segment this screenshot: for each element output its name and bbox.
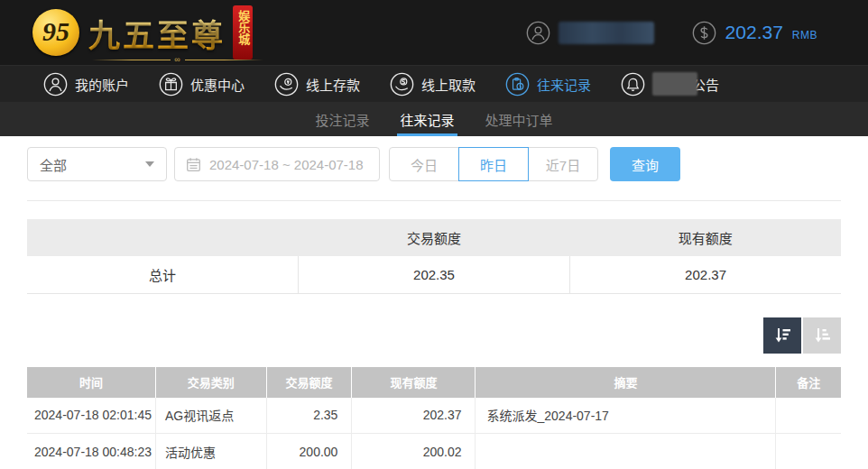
- col-header-summary: 摘要: [476, 367, 776, 398]
- summary-header-trade-amount: 交易额度: [298, 219, 569, 256]
- user-account-chip: [526, 21, 654, 45]
- sort-desc-icon: [771, 325, 793, 346]
- cell-type: 活动优惠: [156, 434, 267, 469]
- cell-time: 2024-07-18 02:01:45: [27, 398, 156, 434]
- col-header-amount: 交易额度: [266, 367, 352, 398]
- bell-icon: [621, 72, 645, 97]
- type-select-value: 全部: [40, 155, 67, 174]
- cell-amount: 2.35: [266, 398, 352, 434]
- cell-balance: 202.37: [352, 398, 476, 434]
- cell-summary: 系统派发_2024-07-17: [476, 398, 776, 434]
- summary-header-empty: [27, 219, 298, 256]
- summary-total-label: 总计: [27, 256, 298, 293]
- sort-controls: [27, 317, 841, 354]
- sort-ascending-button[interactable]: [803, 317, 841, 354]
- tab-pending-orders[interactable]: 处理中订单: [485, 102, 554, 136]
- table-row: 2024-07-18 00:48:23 活动优惠 200.00 200.02: [27, 434, 841, 469]
- cell-note: [776, 398, 841, 434]
- chevron-down-icon: [145, 161, 154, 167]
- cell-summary: [476, 434, 776, 469]
- date-range-input[interactable]: 2024-07-18 ~ 2024-07-18: [174, 147, 380, 181]
- calendar-icon: [186, 157, 201, 172]
- cell-amount: 200.00: [266, 434, 352, 469]
- withdraw-icon: [390, 72, 414, 97]
- logo-monogram: 95: [42, 16, 69, 47]
- top-header: 95 九五至尊 娱乐城 ∞ 202.37 RMB: [0, 0, 868, 65]
- summary-header-row: 交易额度 现有额度: [27, 219, 841, 256]
- quick-date-group: 今日 昨日 近7日: [389, 147, 598, 181]
- header-right: 202.37 RMB: [526, 21, 817, 45]
- col-header-note: 备注: [776, 367, 841, 398]
- sort-asc-icon: [811, 325, 833, 346]
- redacted-username: [559, 22, 654, 44]
- yesterday-button[interactable]: 昨日: [458, 147, 529, 181]
- type-select[interactable]: 全部: [27, 147, 167, 181]
- col-header-balance: 现有额度: [352, 367, 476, 398]
- content-area: 全部 2024-07-18 ~ 2024-07-18 今日 昨日 近7日 查询: [0, 136, 868, 469]
- logo-badge: 娱乐城: [233, 5, 253, 60]
- record-subtabs: 投注记录 往来记录 处理中订单: [0, 102, 868, 136]
- summary-table: 交易额度 现有额度 总计 202.35 202.37: [27, 219, 841, 294]
- nav-label: 往来记录: [537, 75, 591, 94]
- summary-total-row: 总计 202.35 202.37: [27, 256, 841, 293]
- search-button[interactable]: 查询: [610, 147, 680, 181]
- balance-currency: RMB: [792, 24, 817, 41]
- records-icon: [505, 72, 530, 97]
- nav-item-withdraw[interactable]: 线上取款: [390, 72, 476, 97]
- tab-transaction-records[interactable]: 往来记录: [399, 102, 455, 136]
- dollar-icon: [692, 21, 716, 45]
- nav-label: 优惠中心: [190, 75, 245, 94]
- balance-amount: 202.37: [725, 22, 783, 43]
- cell-type: AG视讯返点: [156, 398, 267, 434]
- date-range-value: 2024-07-18 ~ 2024-07-18: [209, 157, 364, 172]
- nav-item-deposit[interactable]: 线上存款: [274, 72, 360, 97]
- section-divider: [27, 200, 841, 201]
- person-icon: [526, 21, 550, 45]
- col-header-type: 交易类别: [156, 367, 267, 398]
- gift-icon: [159, 72, 183, 97]
- summary-current-amount: 202.37: [570, 256, 841, 293]
- balance-display: 202.37 RMB: [692, 21, 817, 45]
- records-header-row: 时间 交易类别 交易额度 现有额度 摘要 备注: [27, 367, 841, 398]
- nav-label: 线上取款: [421, 75, 476, 94]
- col-header-time: 时间: [27, 367, 156, 398]
- user-icon: [43, 72, 68, 97]
- redacted-text: [652, 72, 697, 96]
- nav-item-my-account[interactable]: 我的账户: [43, 72, 129, 97]
- cell-note: [776, 434, 841, 469]
- table-row: 2024-07-18 02:01:45 AG视讯返点 2.35 202.37 系…: [27, 398, 841, 434]
- nav-label: 我的账户: [75, 75, 129, 94]
- today-button[interactable]: 今日: [389, 147, 459, 181]
- nav-item-promotions[interactable]: 优惠中心: [159, 72, 245, 97]
- logo-95-icon: 95: [32, 9, 79, 56]
- summary-header-current-amount: 现有额度: [570, 219, 841, 256]
- cell-balance: 200.02: [352, 434, 476, 469]
- main-nav: 我的账户 优惠中心 线上存款 线上取款: [0, 65, 868, 102]
- nav-item-transaction-records[interactable]: 往来记录: [505, 72, 591, 97]
- sort-descending-button[interactable]: [763, 317, 801, 354]
- last7days-button[interactable]: 近7日: [528, 147, 598, 181]
- site-logo: 95 九五至尊 娱乐城 ∞: [32, 5, 253, 60]
- nav-item-announcements[interactable]: 公告: [621, 72, 719, 97]
- records-table: 时间 交易类别 交易额度 现有额度 摘要 备注 2024-07-18 02:01…: [27, 367, 841, 469]
- tab-betting-records[interactable]: 投注记录: [314, 102, 370, 136]
- cell-time: 2024-07-18 00:48:23: [27, 434, 156, 469]
- logo-flourish: ∞: [92, 55, 263, 64]
- filter-row: 全部 2024-07-18 ~ 2024-07-18 今日 昨日 近7日 查询: [27, 147, 841, 181]
- deposit-icon: [274, 72, 299, 97]
- site-title: 九五至尊: [88, 10, 226, 56]
- summary-trade-amount: 202.35: [298, 256, 569, 293]
- nav-label: 线上存款: [306, 75, 360, 94]
